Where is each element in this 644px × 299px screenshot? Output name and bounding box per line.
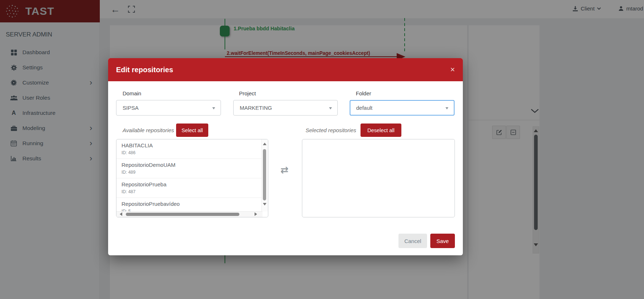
- project-select[interactable]: MARKETING: [233, 100, 338, 116]
- caret-down-icon: [445, 107, 448, 109]
- scroll-down-icon[interactable]: [263, 203, 266, 205]
- cancel-button[interactable]: Cancel: [398, 234, 427, 248]
- select-all-button[interactable]: Select all: [176, 124, 208, 137]
- modal-title: Edit repositories: [116, 66, 173, 74]
- available-repositories-list: HABITACLIA ID: 486 RepositorioDemoUAM ID…: [116, 139, 268, 217]
- folder-label: Folder: [356, 90, 371, 96]
- repo-name: RepositorioPrueba: [121, 181, 257, 188]
- edit-repositories-modal: Edit repositories × Domain Project Folde…: [108, 58, 463, 255]
- available-repositories-label: Available repositories: [123, 127, 174, 133]
- folder-select[interactable]: default: [350, 100, 455, 116]
- save-button[interactable]: Save: [430, 234, 455, 248]
- project-label: Project: [239, 90, 256, 96]
- scroll-left-icon[interactable]: [120, 212, 122, 216]
- list-item[interactable]: RepositorioDemoUAM ID: 489: [116, 159, 262, 178]
- deselect-all-button[interactable]: Deselect all: [361, 124, 401, 137]
- scroll-up-icon[interactable]: [263, 143, 266, 145]
- list-scrollbar-thumb[interactable]: [126, 213, 239, 216]
- list-horizontal-scrollbar[interactable]: [116, 211, 263, 217]
- repo-id: ID: 487: [121, 189, 257, 195]
- domain-label: Domain: [123, 90, 141, 96]
- repo-list-scroll-area: HABITACLIA ID: 486 RepositorioDemoUAM ID…: [116, 139, 262, 212]
- selected-repositories-list[interactable]: [302, 139, 455, 217]
- transfer-arrows-icon[interactable]: ⇄: [281, 164, 289, 176]
- caret-down-icon: [212, 107, 215, 109]
- scroll-right-icon[interactable]: [255, 212, 257, 216]
- repo-id: ID: 489: [121, 169, 257, 176]
- repo-name: RepositorioPruebavídeo: [121, 200, 257, 208]
- project-select-value: MARKETING: [240, 105, 272, 111]
- selected-repositories-label: Selected repositories: [306, 127, 356, 133]
- folder-select-value: default: [356, 105, 372, 111]
- modal-header: Edit repositories ×: [108, 58, 463, 81]
- domain-select[interactable]: SIPSA: [116, 100, 221, 116]
- list-vertical-scrollbar[interactable]: [261, 139, 268, 212]
- domain-select-value: SIPSA: [123, 105, 138, 111]
- list-item[interactable]: RepositorioPrueba ID: 487: [116, 178, 262, 198]
- list-scrollbar-thumb[interactable]: [263, 149, 266, 200]
- app-root: ← Client mtarod TAST: [0, 0, 644, 299]
- list-item[interactable]: RepositorioPruebavídeo ID: 5: [116, 198, 262, 212]
- list-item[interactable]: HABITACLIA ID: 486: [116, 139, 262, 159]
- repo-name: RepositorioDemoUAM: [121, 161, 257, 169]
- repo-name: HABITACLIA: [121, 142, 257, 149]
- repo-id: ID: 486: [121, 150, 257, 156]
- close-icon[interactable]: ×: [450, 66, 455, 74]
- caret-down-icon: [329, 107, 332, 109]
